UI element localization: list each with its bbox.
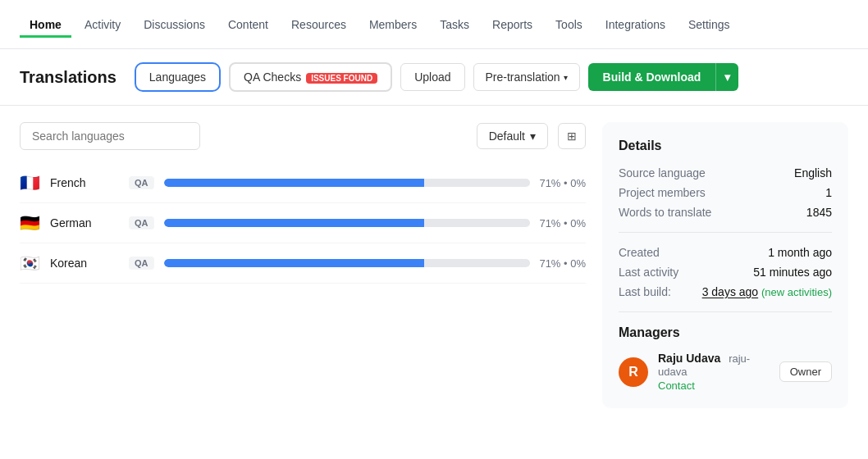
qa-issues-badge: ISSUES FOUND [306, 73, 377, 84]
grid-icon: ⊞ [567, 130, 577, 143]
last-build-label: Last build: [619, 285, 671, 298]
created-row: Created 1 month ago [619, 246, 832, 259]
sort-caret-icon: ▾ [530, 130, 536, 143]
korean-progress: 71% • 0% [164, 257, 587, 270]
manager-contact-link[interactable]: Contact [658, 379, 770, 392]
source-language-label: Source language [619, 166, 706, 180]
nav-activity[interactable]: Activity [75, 11, 130, 38]
search-input[interactable] [20, 122, 200, 150]
new-activities-link[interactable]: (new activities) [761, 286, 832, 298]
toolbar: Translations Languages QA ChecksISSUES F… [0, 49, 868, 106]
language-row-korean[interactable]: 🇰🇷 Korean QA 71% • 0% [20, 243, 586, 284]
build-caret-icon[interactable]: ▾ [715, 63, 738, 91]
korean-name: Korean [50, 257, 116, 270]
french-progress-text: 71% • 0% [537, 177, 586, 189]
last-activity-value: 51 minutes ago [753, 266, 832, 279]
nav-integrations[interactable]: Integrations [596, 11, 675, 38]
managers-title: Managers [619, 325, 832, 340]
manager-name: Raju Udava [658, 352, 720, 365]
last-activity-row: Last activity 51 minutes ago [619, 266, 832, 279]
german-progress: 71% • 0% [164, 217, 587, 230]
created-label: Created [619, 246, 660, 259]
last-build-value: 3 days ago (new activities) [702, 285, 832, 298]
language-row-french[interactable]: 🇫🇷 French QA 71% • 0% [20, 163, 586, 203]
nav-settings[interactable]: Settings [678, 11, 740, 38]
words-label: Words to translate [619, 206, 711, 219]
nav-tasks[interactable]: Tasks [430, 11, 479, 38]
korean-progress-text: 71% • 0% [537, 257, 586, 270]
pretranslation-button[interactable]: Pre-translation ▾ [473, 63, 580, 91]
details-panel: Details Source language English Project … [602, 122, 848, 408]
manager-row: R Raju Udava raju-udava Contact Owner [619, 352, 832, 392]
search-filter-row: Default ▾ ⊞ [20, 122, 586, 150]
nav-tools[interactable]: Tools [546, 11, 592, 38]
top-nav: Home Activity Discussions Content Resour… [0, 0, 868, 49]
french-progress: 71% • 0% [164, 177, 587, 189]
owner-badge: Owner [779, 361, 832, 382]
nav-reports[interactable]: Reports [482, 11, 542, 38]
last-build-row: Last build: 3 days ago (new activities) [619, 285, 832, 298]
upload-button[interactable]: Upload [400, 63, 464, 91]
details-divider [619, 232, 832, 233]
nav-content[interactable]: Content [218, 11, 278, 38]
manager-info: Raju Udava raju-udava Contact [658, 352, 770, 392]
korean-flag: 🇰🇷 [20, 253, 40, 273]
managers-divider [619, 311, 832, 312]
manager-avatar: R [619, 357, 648, 387]
project-members-value: 1 [825, 186, 832, 199]
german-qa-badge: QA [129, 216, 154, 230]
german-progress-text: 71% • 0% [537, 217, 586, 230]
source-language-row: Source language English [619, 166, 832, 180]
languages-tab[interactable]: Languages [135, 62, 221, 92]
french-flag: 🇫🇷 [20, 173, 40, 193]
words-value: 1845 [806, 206, 832, 219]
korean-qa-badge: QA [129, 257, 154, 270]
nav-home[interactable]: Home [20, 11, 71, 38]
last-activity-label: Last activity [619, 266, 678, 279]
nav-resources[interactable]: Resources [281, 11, 356, 38]
french-qa-badge: QA [129, 176, 154, 189]
content-area: Default ▾ ⊞ 🇫🇷 French QA 71% • 0% 🇩🇪 Ger [0, 106, 868, 425]
grid-view-button[interactable]: ⊞ [558, 123, 586, 149]
build-download-button[interactable]: Build & Download ▾ [588, 63, 739, 91]
details-title: Details [619, 139, 832, 153]
language-row-german[interactable]: 🇩🇪 German QA 71% • 0% [20, 203, 586, 243]
project-members-row: Project members 1 [619, 186, 832, 199]
nav-members[interactable]: Members [359, 11, 427, 38]
qa-checks-tab[interactable]: QA ChecksISSUES FOUND [229, 62, 392, 92]
project-members-label: Project members [619, 186, 706, 199]
nav-discussions[interactable]: Discussions [134, 11, 215, 38]
languages-panel: Default ▾ ⊞ 🇫🇷 French QA 71% • 0% 🇩🇪 Ger [20, 122, 586, 408]
page-title: Translations [20, 68, 116, 87]
words-to-translate-row: Words to translate 1845 [619, 206, 832, 219]
french-name: French [50, 176, 116, 189]
pretranslation-caret-icon: ▾ [564, 73, 568, 82]
sort-dropdown[interactable]: Default ▾ [477, 123, 548, 149]
german-name: German [50, 216, 116, 230]
created-value: 1 month ago [768, 246, 832, 259]
german-flag: 🇩🇪 [20, 213, 40, 233]
source-language-value: English [794, 166, 832, 180]
